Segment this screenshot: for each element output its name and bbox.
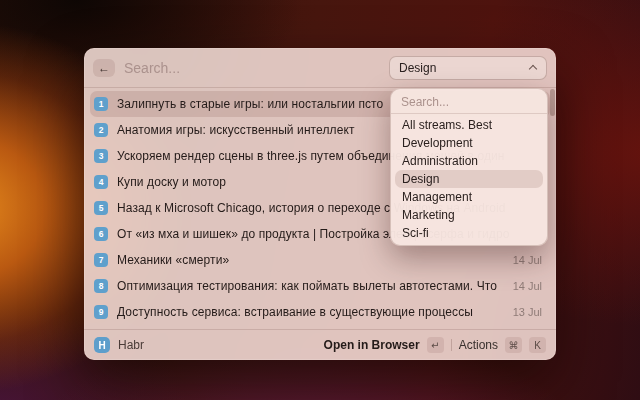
item-date: 14 Jul bbox=[513, 254, 542, 266]
list-item[interactable]: 9 Доступность сервиса: встраивание в сущ… bbox=[90, 299, 550, 325]
dropdown-item-sci-fi[interactable]: Sci-fi bbox=[395, 224, 543, 242]
chevron-up-icon bbox=[530, 64, 537, 71]
item-number-badge: 3 bbox=[94, 149, 108, 163]
k-key-icon: K bbox=[529, 337, 546, 353]
item-number-badge: 5 bbox=[94, 201, 108, 215]
launcher-window: ← Design 1 Залипнуть в старые игры: или … bbox=[84, 48, 556, 360]
item-date: 14 Jul bbox=[513, 280, 542, 292]
item-number-badge: 4 bbox=[94, 175, 108, 189]
dropdown-item-development[interactable]: Development bbox=[395, 134, 543, 152]
dropdown-item-marketing[interactable]: Marketing bbox=[395, 206, 543, 224]
search-input[interactable] bbox=[124, 60, 389, 76]
stream-select-value: Design bbox=[399, 61, 436, 75]
footer-bar: H Habr Open in Browser ↵ Actions ⌘ K bbox=[84, 329, 556, 360]
item-title: Доступность сервиса: встраивание в сущес… bbox=[117, 305, 501, 319]
dropdown-items: All streams. Best Development Administra… bbox=[391, 114, 547, 245]
item-number-badge: 9 bbox=[94, 305, 108, 319]
footer-separator bbox=[451, 339, 452, 351]
item-number-badge: 6 bbox=[94, 227, 108, 241]
habr-app-icon: H bbox=[94, 337, 110, 353]
item-number-badge: 8 bbox=[94, 279, 108, 293]
cmd-key-icon: ⌘ bbox=[505, 337, 522, 353]
back-button[interactable]: ← bbox=[93, 59, 115, 77]
stream-dropdown-panel: All streams. Best Development Administra… bbox=[390, 88, 548, 246]
dropdown-item-administration[interactable]: Administration bbox=[395, 152, 543, 170]
dropdown-item-all-streams[interactable]: All streams. Best bbox=[395, 116, 543, 134]
item-number-badge: 1 bbox=[94, 97, 108, 111]
dropdown-search-input[interactable] bbox=[401, 95, 537, 109]
open-in-browser-button[interactable]: Open in Browser bbox=[324, 338, 420, 352]
dropdown-search bbox=[391, 93, 547, 110]
item-title: Механики «смерти» bbox=[117, 253, 501, 267]
actions-button[interactable]: Actions bbox=[459, 338, 498, 352]
item-title: Оптимизация тестирования: как поймать вы… bbox=[117, 279, 501, 293]
scrollbar-thumb[interactable] bbox=[550, 89, 555, 116]
dropdown-item-management[interactable]: Management bbox=[395, 188, 543, 206]
stream-select-dropdown[interactable]: Design bbox=[389, 56, 547, 80]
enter-key-icon: ↵ bbox=[427, 337, 444, 353]
list-item[interactable]: 7 Механики «смерти» 14 Jul bbox=[90, 247, 550, 273]
list-item[interactable]: 8 Оптимизация тестирования: как поймать … bbox=[90, 273, 550, 299]
app-name: Habr bbox=[118, 338, 144, 352]
back-arrow-icon: ← bbox=[98, 61, 110, 75]
dropdown-item-design[interactable]: Design bbox=[395, 170, 543, 188]
item-date: 13 Jul bbox=[513, 306, 542, 318]
item-number-badge: 7 bbox=[94, 253, 108, 267]
search-bar: ← Design bbox=[84, 48, 556, 88]
item-number-badge: 2 bbox=[94, 123, 108, 137]
